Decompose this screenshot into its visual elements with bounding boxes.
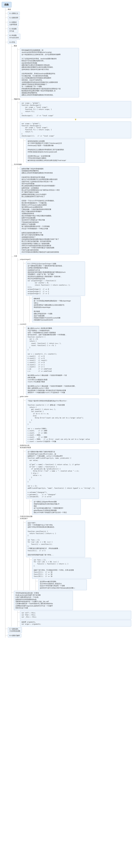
sec-8-1: 8.1 函数定义 [8,12,20,15]
ex2-code: 像上面的counter—样的私有变量量， 不是只能用在一个单独的闭包内， 在同一… [26,326,99,395]
ex5-note: 这这里funcs最共享变量i, 当constfuncs()返回后, i的值是10… [38,579,87,590]
sec-8-2: 8.2 函数调用 [8,16,20,20]
ex-getter-setter-label: getter setter [20,395,131,398]
root-node: 函数 [2,2,11,7]
sec-overview: 概述 [8,8,131,11]
notes-code-1: var self = this; var that = this; var _t… [20,611,131,619]
ex-uniqueinteger-label: uniqueInteger() [20,258,131,261]
ex4-note: 这个函数定义的getter和setter函数 所操作的属性值并没有存储在对象o中… [32,499,81,515]
lex-code-2: var scope = "global"; function checkscop… [20,122,131,138]
ex1-box1: 8.4.1节中定义过uniqueInteger()函数 这个函数使用自身的一个属… [26,261,85,296]
closure-overview-label: 概述 [14,44,131,48]
sec-8-7: 8.7 函数属性、 方法和构造函数 [8,627,22,633]
sec-8-6-closure: 8.6 闭包 [8,40,17,44]
ex5-body: 这是个例子: 在同一个作用域链中定义了两个闭包 这两个闭包共享同样的私有变量成状… [26,521,85,557]
sec-8-4: 8.4 把函数 作为值 [8,27,18,33]
sec-8-5: 8.5 将函数 作为命名空间 [8,34,20,39]
ex5-code2: var funs = []; for (var i=0; i < 10; i++… [32,558,91,579]
ex-counter-label: counter() [20,323,131,326]
ex-shared-var-label: 不希望共享的变量 共享的例子 [20,515,131,520]
lex-code-1: var scope = "global"; function checkscop… [20,101,131,118]
ex1-box2: 粗略来看 第一行代码看起来像将函数赋值给一个量uniqueInteger 实际上… [32,296,81,322]
notes-code-2: 如使用 arguments, var argus = arguments; [20,620,131,626]
scope-chain-body: 如果你理解了词法作用域的规则 你就能能容易地理解闭包 函数定义时的作用域链到函数… [20,166,79,254]
lex-note: 返回的是嵌套定义的函数 这个代码中我的数括号"()"移到了checkscope(… [26,139,85,163]
understand-closure-label: 理解闭包 [14,98,131,101]
arrow-down-icon: ▼ [74,118,77,121]
closure-overview-body: 和其他编程语言的函数数数一样 JavaScript也采用词法作用域(lexica… [20,48,79,97]
closure-notes-body: 书写闭包的时候还需注意一件事情 this是JavaScript的关键字,而不是变… [14,591,73,610]
ex3-code: 下面这个版本所示将私有存取器属性加getter和setter: function… [26,399,99,444]
scope-chain-label: 关作用域链 [14,163,131,166]
ex-private-prop-label: 利用闭包实现 私有属性存取器 [20,444,131,449]
ex4-code: 这个函数给对象o增加了属性存取器方法 方法名称为get<name>和set<na… [26,450,99,499]
sec-8-8: 8.8 函数式编程 [8,634,21,638]
sec-8-3: 8.3 函数的 实参和形参 [8,21,19,26]
examples-label: 示例 [14,255,131,258]
